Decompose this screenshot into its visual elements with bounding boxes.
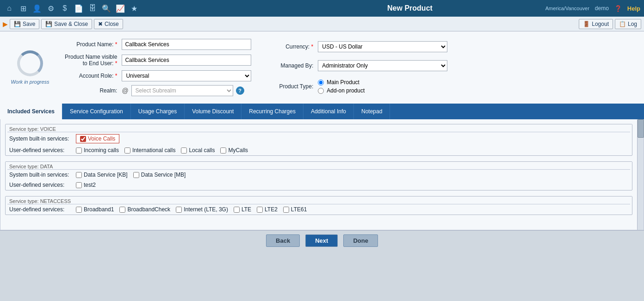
product-type-main-radio[interactable] [318,80,324,86]
internet-lte-3g-item: Internet (LTE, 3G) [176,206,228,213]
mycalls-checkbox[interactable] [220,147,226,154]
next-button[interactable]: Next [305,234,338,247]
log-icon: 📋 [619,21,626,27]
broadband1-label: Broadband1 [84,206,114,213]
voice-group-title: Service type: VOICE [6,124,632,132]
grid-icon[interactable]: ⊞ [18,3,29,14]
done-button[interactable]: Done [343,234,378,247]
tab-notepad[interactable]: Notepad [354,104,390,119]
data-service-group: Service type: DATA System built-in servi… [5,161,632,190]
help-icon[interactable]: ❓ [614,5,622,12]
broadbandcheck-label: BroadbandCheck [127,206,170,213]
internet-lte-3g-checkbox[interactable] [176,207,182,213]
managed-by-label: Managed By: [279,62,313,69]
lte2-checkbox[interactable] [257,207,263,213]
voice-calls-checkbox[interactable] [80,136,86,142]
product-type-addon-radio[interactable] [318,88,324,94]
at-symbol: @ [122,87,128,94]
broadband1-checkbox[interactable] [76,207,82,213]
top-navigation: ⌂ ⊞ 👤 ⚙ $ 📄 🗄 🔍 📈 ★ New Product America/… [0,0,644,17]
tab-volume-discount[interactable]: Volume Discount [185,104,242,119]
product-form: Work in progress Product Name: * Product… [0,31,644,104]
lte61-checkbox[interactable] [283,207,289,213]
netaccess-userdefined-label: User-defined services: [9,206,74,213]
data-service-kb-checkbox[interactable] [76,172,82,178]
international-calls-item: International calls [124,147,175,154]
data-builtin-items: Data Service [KB] Data Service [MB] [76,172,186,178]
tab-additional-info[interactable]: Additional Info [303,104,354,119]
close-label: Close [105,21,119,27]
product-type-addon-row: Add-on product [318,87,447,94]
data-service-mb-label: Data Service [MB] [141,172,186,178]
save-close-button[interactable]: 💾 Save & Close [41,19,92,29]
mycalls-item: MyCalls [220,147,248,154]
close-button[interactable]: ✖ Close [94,19,123,29]
product-name-input[interactable] [122,39,251,50]
mycalls-label: MyCalls [228,147,248,154]
voice-builtin-row: System built-in services: Voice Calls [6,132,632,145]
data-icon[interactable]: 🗄 [87,3,98,14]
lte2-label: LTE2 [265,206,278,213]
tab-included-services[interactable]: Included Services [0,104,62,119]
form-logo: Work in progress [9,39,51,96]
account-role-select[interactable]: Universal [122,70,251,81]
international-calls-checkbox[interactable] [124,147,130,154]
back-button[interactable]: Back [266,234,300,247]
managed-by-select[interactable]: Administrator Only [318,60,447,71]
logout-icon: 🚪 [583,21,590,27]
save-label: Save [23,21,35,27]
realm-help-icon[interactable]: ? [236,86,244,95]
tab-service-configuration[interactable]: Service Configuration [62,104,131,119]
help-link[interactable]: Help [627,5,640,12]
tab-usage-charges[interactable]: Usage Charges [131,104,185,119]
currency-label: Currency: * [279,43,313,50]
save-icon: 💾 [14,21,21,27]
test2-checkbox[interactable] [76,182,82,188]
netaccess-service-group: Service type: NETACCESS User-defined ser… [5,196,632,215]
content-area: Service type: VOICE System built-in serv… [0,119,644,230]
lte-label: LTE [242,206,251,213]
report-icon[interactable]: 📄 [73,3,84,14]
search-icon[interactable]: 🔍 [101,3,112,14]
progress-circle [17,50,43,76]
data-service-mb-checkbox[interactable] [133,172,139,178]
user-link[interactable]: demo [595,5,609,12]
log-button[interactable]: 📋 Log [615,19,641,29]
star-icon[interactable]: ★ [129,3,140,14]
bottom-bar: Back Next Done [0,230,644,251]
settings-icon[interactable]: ⚙ [45,3,56,14]
tab-recurring-charges[interactable]: Recurring Charges [242,104,303,119]
broadbandcheck-item: BroadbandCheck [119,206,170,213]
chart-icon[interactable]: 📈 [115,3,126,14]
data-userdefined-label: User-defined services: [9,182,74,188]
incoming-calls-checkbox[interactable] [76,147,82,154]
netaccess-userdefined-items: Broadband1 BroadbandCheck Internet (LTE,… [76,206,307,213]
user-icon[interactable]: 👤 [31,3,43,14]
tabs-bar: Included Services Service Configuration … [0,104,644,119]
status-label: Work in progress [11,79,49,85]
account-role-label: Account Role: * [65,73,117,79]
voice-userdefined-items: Incoming calls International calls Local… [76,147,248,154]
nav-icons: ⌂ ⊞ 👤 ⚙ $ 📄 🗄 🔍 📈 ★ [4,3,274,14]
log-label: Log [628,21,637,27]
lte61-label: LTE61 [291,206,307,213]
play-icon[interactable]: ▶ [3,20,8,28]
voice-calls-label: Voice Calls [88,135,115,142]
product-name-visible-input[interactable] [122,55,251,66]
logout-button[interactable]: 🚪 Logout [579,19,613,29]
voice-builtin-items: Voice Calls [76,134,119,143]
lte-checkbox[interactable] [234,207,240,213]
broadbandcheck-checkbox[interactable] [119,207,125,213]
lte-item: LTE [234,206,251,213]
local-calls-checkbox[interactable] [181,147,187,154]
page-title: New Product [274,4,545,12]
dollar-icon[interactable]: $ [59,3,70,14]
realm-select[interactable]: Select Subrealm [131,85,233,96]
internet-lte-3g-label: Internet (LTE, 3G) [184,206,228,213]
scrollbar[interactable] [637,119,644,230]
scroll-thumb[interactable] [638,119,644,138]
incoming-calls-item: Incoming calls [76,147,119,154]
home-icon[interactable]: ⌂ [4,3,15,14]
currency-select[interactable]: USD - US Dollar [318,41,447,52]
save-button[interactable]: 💾 Save [10,19,39,29]
